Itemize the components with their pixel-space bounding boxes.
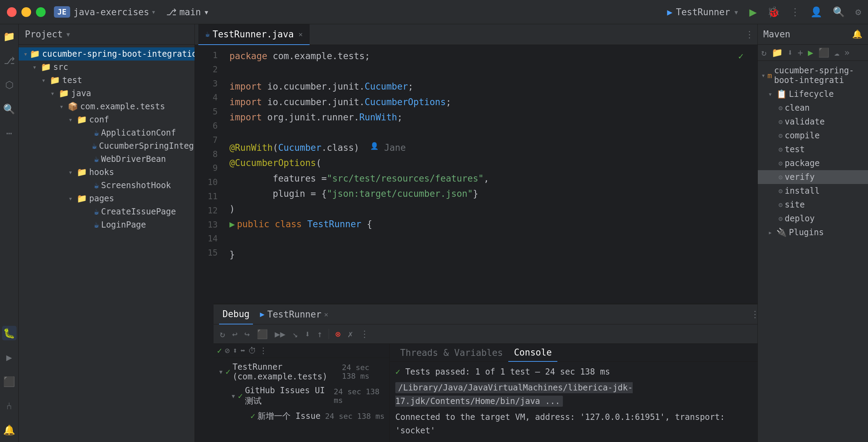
tree-item-package[interactable]: ▾ 📦 com.example.tests bbox=[19, 100, 195, 113]
project-chevron-icon[interactable]: ▾ bbox=[151, 8, 156, 16]
maven-folder-icon[interactable]: 📁 bbox=[772, 47, 783, 58]
sidebar-item-more[interactable]: ⋯ bbox=[2, 126, 17, 140]
tree-item-conf[interactable]: ▾ 📁 conf bbox=[19, 113, 195, 126]
maven-item-validate[interactable]: ⚙ validate bbox=[758, 115, 868, 129]
maven-item-install[interactable]: ⚙ install bbox=[758, 184, 868, 198]
step-up-button[interactable]: ↑ bbox=[314, 328, 326, 341]
sidebar-item-plugins[interactable]: ⬡ bbox=[2, 77, 17, 92]
sidebar-item-git2[interactable]: ⑃ bbox=[2, 398, 17, 413]
step-into-button[interactable]: ↪ bbox=[242, 328, 253, 341]
sidebar-item-notification[interactable]: 🔔 bbox=[2, 423, 17, 437]
resume-button[interactable]: ▶▶ bbox=[272, 328, 288, 341]
profile-button[interactable]: 👤 bbox=[810, 6, 822, 18]
tab-debug[interactable]: Debug bbox=[219, 304, 253, 324]
runner-close-icon[interactable]: ✕ bbox=[324, 310, 328, 319]
test-pass-icon: ✓ bbox=[225, 367, 230, 377]
test-item-github-ui[interactable]: ▾ ✓ GitHub Issues UI 测试 24 sec 138 ms bbox=[214, 384, 389, 408]
folder-icon: 📁 bbox=[77, 115, 87, 125]
test-item-testrunner[interactable]: ▾ ✓ TestRunner (com.example.tests) 24 se… bbox=[214, 360, 389, 384]
maven-item-site[interactable]: ⚙ site bbox=[758, 198, 868, 212]
search-button[interactable]: 🔍 bbox=[833, 6, 845, 18]
tree-item-java[interactable]: ▾ 📁 java bbox=[19, 87, 195, 100]
close-button[interactable] bbox=[7, 7, 17, 17]
test-item-new-issue[interactable]: ▸ ✓ 新增一个 Issue 24 sec 138 ms bbox=[214, 408, 389, 424]
tree-item-cucumberspringintegrationtest[interactable]: ▸ ☕ CucumberSpringIntegrationTest bbox=[19, 139, 195, 153]
maven-cloud-icon[interactable]: ☁ bbox=[834, 47, 840, 58]
tree-item-applicationconf[interactable]: ▸ ☕ ApplicationConf bbox=[19, 126, 195, 139]
project-header-chevron-icon: ▾ bbox=[66, 29, 71, 39]
tree-item-root[interactable]: ▾ 📁 cucumber-spring-boot-integration-dem… bbox=[19, 47, 195, 61]
tab-threads-variables[interactable]: Threads & Variables bbox=[395, 344, 508, 362]
maven-item-test[interactable]: ⚙ test bbox=[758, 142, 868, 156]
rerun-button[interactable]: ↻ bbox=[217, 328, 228, 341]
filter-icon[interactable]: ⊘ bbox=[225, 346, 229, 356]
minimize-button[interactable] bbox=[21, 7, 31, 17]
tab-runner[interactable]: ▶ TestRunner ✕ bbox=[260, 309, 328, 320]
step-out-button[interactable]: ↘ bbox=[290, 328, 301, 341]
maven-item-plugins[interactable]: ▸ 🔌 Plugins bbox=[758, 225, 868, 239]
console-connected-line: Connected to the target VM, address: '12… bbox=[395, 411, 757, 437]
tab-testrunner[interactable]: ☕ TestRunner.java ✕ bbox=[198, 24, 310, 45]
settings-button[interactable]: ⚙ bbox=[855, 6, 861, 18]
test-toolbar: ✓ ⊘ ⬍ ⬌ ⏱ ⋮ bbox=[214, 344, 389, 358]
tree-item-label: test bbox=[62, 75, 82, 85]
run-button[interactable]: ▶ bbox=[749, 5, 757, 19]
tree-item-createissuepage[interactable]: ▸ ☕ CreateIssuePage bbox=[19, 205, 195, 218]
code-line-7: @RunWith(Cucumber.class) 👤 Jane bbox=[229, 140, 751, 155]
maven-item-compile[interactable]: ⚙ compile bbox=[758, 129, 868, 142]
maven-item-root[interactable]: ▾ m cucumber-spring-boot-integrati bbox=[758, 64, 868, 87]
tree-item-loginpage[interactable]: ▸ ☕ LoginPage bbox=[19, 218, 195, 231]
sidebar-item-run[interactable]: ▶ bbox=[2, 350, 17, 365]
tab-close-icon[interactable]: ✕ bbox=[299, 30, 303, 38]
branch-selector[interactable]: ⎇ main ▾ bbox=[166, 7, 209, 17]
maven-download-icon[interactable]: ⬇ bbox=[787, 47, 793, 58]
more-test-icon[interactable]: ⋮ bbox=[259, 346, 267, 356]
breakpoints-button[interactable]: ⊗ bbox=[332, 328, 343, 341]
bottom-right-icons: ⋮ ─ bbox=[751, 309, 757, 320]
more-button[interactable]: ⋮ bbox=[751, 309, 757, 320]
maven-more-icon[interactable]: » bbox=[844, 47, 850, 58]
debug-content: ✓ ⊘ ⬍ ⬌ ⏱ ⋮ ▾ ✓ TestRunner (com.example.… bbox=[214, 344, 757, 442]
maven-refresh-icon[interactable]: ↻ bbox=[761, 47, 767, 58]
tree-item-screenshothook[interactable]: ▸ ☕ ScreenshotHook bbox=[19, 179, 195, 192]
test-items: ▾ ✓ TestRunner (com.example.tests) 24 se… bbox=[214, 358, 389, 442]
maven-stop-icon[interactable]: ⬛ bbox=[818, 47, 829, 58]
line-numbers: 12345 678910 1112131415 bbox=[195, 45, 223, 304]
step-down-button[interactable]: ⬇ bbox=[302, 328, 313, 341]
tree-item-test[interactable]: ▾ 📁 test bbox=[19, 74, 195, 87]
maven-item-clean[interactable]: ⚙ clean bbox=[758, 101, 868, 115]
maven-item-package[interactable]: ⚙ package bbox=[758, 156, 868, 170]
sidebar-item-terminal[interactable]: ⬛ bbox=[2, 374, 17, 389]
more-debug-button[interactable]: ⋮ bbox=[357, 328, 372, 341]
maximize-button[interactable] bbox=[36, 7, 46, 17]
stop-button[interactable]: ⬛ bbox=[254, 328, 271, 341]
tree-item-webdriverbean[interactable]: ▸ ☕ WebDriverBean bbox=[19, 153, 195, 166]
tree-item-pages[interactable]: ▾ 📁 pages bbox=[19, 192, 195, 205]
check-all-icon[interactable]: ✓ bbox=[217, 346, 222, 356]
run-config-selector[interactable]: ▶ TestRunner ▾ bbox=[667, 7, 739, 17]
step-over-button[interactable]: ↩ bbox=[229, 328, 240, 341]
more-actions-button[interactable]: ⋮ bbox=[790, 6, 800, 18]
sidebar-item-debug[interactable]: 🐛 bbox=[2, 326, 17, 340]
file-tree-body: ▾ 📁 cucumber-spring-boot-integration-dem… bbox=[19, 45, 195, 442]
tree-item-src[interactable]: ▾ 📁 src bbox=[19, 61, 195, 74]
project-name[interactable]: java-exercises bbox=[74, 7, 149, 17]
sidebar-item-git[interactable]: ⎇ bbox=[2, 53, 17, 68]
sort-icon[interactable]: ⬍ bbox=[233, 346, 237, 356]
debug-button[interactable]: 🐞 bbox=[767, 6, 780, 18]
maven-item-verify[interactable]: ⚙ verify bbox=[758, 170, 868, 184]
maven-item-lifecycle[interactable]: ▾ 📋 Lifecycle bbox=[758, 87, 868, 101]
maven-notification-icon[interactable]: 🔔 bbox=[852, 29, 862, 39]
tab-more-icon[interactable]: ⋮ bbox=[745, 29, 754, 40]
expand-icon[interactable]: ⬌ bbox=[240, 346, 245, 356]
time-icon[interactable]: ⏱ bbox=[248, 346, 256, 356]
tree-item-hooks[interactable]: ▾ 📁 hooks bbox=[19, 166, 195, 179]
java-icon: ☕ bbox=[94, 207, 99, 217]
sidebar-item-search[interactable]: 🔍 bbox=[2, 102, 17, 116]
maven-add-icon[interactable]: + bbox=[798, 47, 803, 58]
mute-button[interactable]: ✗ bbox=[345, 328, 356, 341]
sidebar-item-project[interactable]: 📁 bbox=[2, 29, 17, 44]
maven-item-deploy[interactable]: ⚙ deploy bbox=[758, 212, 868, 225]
maven-run-icon[interactable]: ▶ bbox=[808, 47, 813, 58]
tab-console[interactable]: Console bbox=[508, 344, 557, 362]
